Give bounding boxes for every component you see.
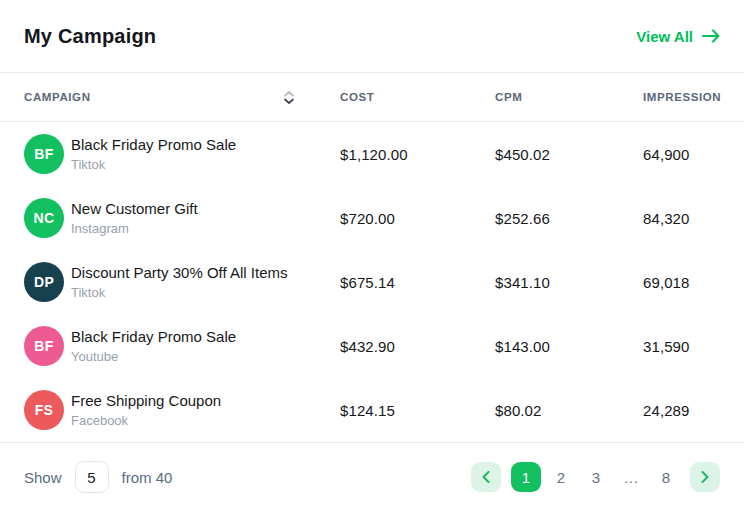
avatar: FS [24,390,64,430]
pagination: 1 2 3 … 8 [471,462,720,492]
campaign-name: Black Friday Promo Sale [71,328,236,347]
previous-page-button[interactable] [471,462,501,492]
table-row: DP Discount Party 30% Off All Items Tikt… [0,250,744,314]
from-total-label: from 40 [122,469,173,486]
campaign-platform: Tiktok [71,285,287,300]
cost-value: $1,120.00 [340,146,495,163]
cost-value: $124.15 [340,402,495,419]
column-header-cpm: CPM [495,91,643,103]
view-all-link[interactable]: View All [636,28,720,45]
table-row: NC New Customer Gift Instagram $720.00 $… [0,186,744,250]
next-page-button[interactable] [690,462,720,492]
cpm-value: $80.02 [495,402,643,419]
avatar: DP [24,262,64,302]
campaign-text: Free Shipping Coupon Facebook [71,392,221,429]
page-button-8[interactable]: 8 [651,462,681,492]
avatar: BF [24,134,64,174]
column-header-campaign-label: CAMPAIGN [24,91,91,103]
campaign-text: Black Friday Promo Sale Youtube [71,328,236,365]
page-size-input[interactable]: 5 [75,461,109,493]
avatar: NC [24,198,64,238]
campaign-name: Black Friday Promo Sale [71,136,236,155]
cost-value: $720.00 [340,210,495,227]
table-body: BF Black Friday Promo Sale Tiktok $1,120… [0,122,744,442]
campaign-platform: Youtube [71,349,236,364]
campaign-cell: BF Black Friday Promo Sale Tiktok [24,134,340,174]
chevron-left-icon [482,471,490,483]
campaign-platform: Tiktok [71,157,236,172]
cpm-value: $252.66 [495,210,643,227]
table-header-row: CAMPAIGN COST CPM IMPRESSION [0,72,744,122]
table-row: FS Free Shipping Coupon Facebook $124.15… [0,378,744,442]
campaign-cell: FS Free Shipping Coupon Facebook [24,390,340,430]
page-size-control: Show 5 from 40 [24,461,172,493]
campaign-platform: Instagram [71,221,198,236]
table-row: BF Black Friday Promo Sale Tiktok $1,120… [0,122,744,186]
view-all-label: View All [636,28,693,45]
campaign-cell: NC New Customer Gift Instagram [24,198,340,238]
my-campaign-widget: My Campaign View All CAMPAIGN COST [0,0,744,511]
campaign-name: Free Shipping Coupon [71,392,221,411]
cpm-value: $341.10 [495,274,643,291]
impression-value: 31,590 [643,338,720,355]
cost-value: $675.14 [340,274,495,291]
impression-value: 84,320 [643,210,720,227]
impression-value: 64,900 [643,146,720,163]
page-button-2[interactable]: 2 [546,462,576,492]
page-title: My Campaign [24,25,156,48]
campaign-cell: BF Black Friday Promo Sale Youtube [24,326,340,366]
table-footer: Show 5 from 40 1 2 3 … 8 [0,442,744,511]
page-button-1[interactable]: 1 [511,462,541,492]
pagination-ellipsis: … [616,462,646,492]
cost-value: $432.90 [340,338,495,355]
impression-value: 69,018 [643,274,720,291]
show-label: Show [24,469,62,486]
campaign-name: New Customer Gift [71,200,198,219]
campaign-cell: DP Discount Party 30% Off All Items Tikt… [24,262,340,302]
impression-value: 24,289 [643,402,720,419]
avatar: BF [24,326,64,366]
campaign-text: Discount Party 30% Off All Items Tiktok [71,264,287,301]
chevron-right-icon [701,471,709,483]
campaign-name: Discount Party 30% Off All Items [71,264,287,283]
sort-chevrons-icon[interactable] [284,91,294,104]
campaign-text: Black Friday Promo Sale Tiktok [71,136,236,173]
column-header-campaign[interactable]: CAMPAIGN [24,91,340,104]
cpm-value: $143.00 [495,338,643,355]
column-header-cost: COST [340,91,495,103]
column-header-impression: IMPRESSION [643,91,721,103]
title-bar: My Campaign View All [0,0,744,72]
page-button-3[interactable]: 3 [581,462,611,492]
campaign-platform: Facebook [71,413,221,428]
arrow-right-icon [702,29,720,43]
cpm-value: $450.02 [495,146,643,163]
campaign-text: New Customer Gift Instagram [71,200,198,237]
table-row: BF Black Friday Promo Sale Youtube $432.… [0,314,744,378]
